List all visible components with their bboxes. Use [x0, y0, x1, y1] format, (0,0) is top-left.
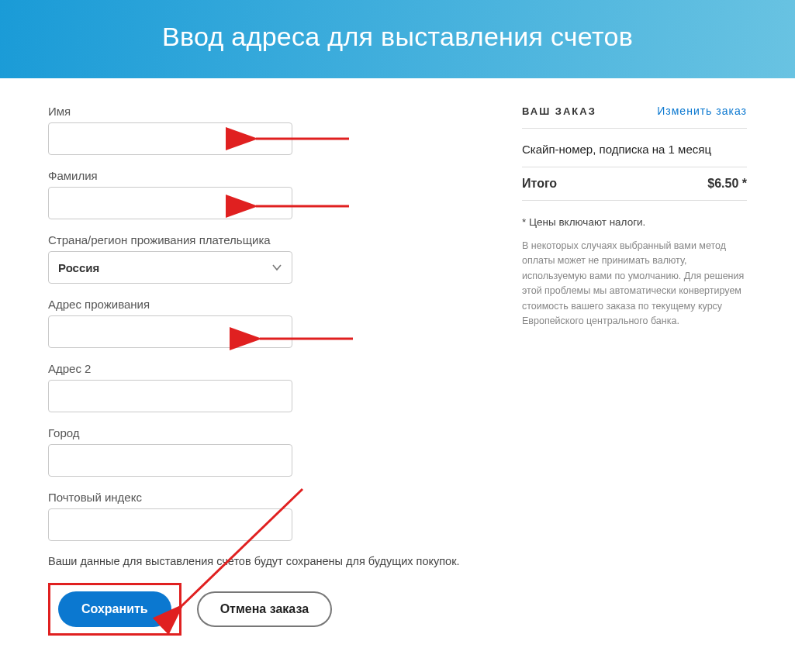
first-name-field: Имя: [48, 105, 482, 155]
address2-field: Адрес 2: [48, 362, 482, 412]
address1-label: Адрес проживания: [48, 298, 482, 311]
order-total-label: Итого: [522, 177, 557, 191]
order-summary-header: ВАШ ЗАКАЗ Изменить заказ: [522, 105, 747, 129]
order-total-value: $6.50 *: [707, 177, 747, 191]
address2-input[interactable]: [48, 380, 292, 412]
address1-field: Адрес проживания: [48, 298, 482, 348]
last-name-input[interactable]: [48, 187, 292, 219]
page-content: Имя Фамилия Страна/регион проживания пла…: [0, 78, 795, 667]
currency-note: В некоторых случаях выбранный вами метод…: [522, 239, 747, 329]
order-total-row: Итого $6.50 *: [522, 167, 747, 201]
order-item: Скайп-номер, подписка на 1 месяц: [522, 140, 747, 167]
cancel-order-button[interactable]: Отмена заказа: [197, 591, 332, 627]
button-row: Сохранить Отмена заказа: [48, 583, 482, 636]
city-label: Город: [48, 426, 482, 439]
last-name-field: Фамилия: [48, 169, 482, 219]
chevron-down-icon: [271, 262, 282, 273]
page-header: Ввод адреса для выставления счетов: [0, 0, 795, 78]
first-name-input[interactable]: [48, 122, 292, 155]
save-note: Ваши данные для выставления счетов будут…: [48, 555, 482, 567]
billing-form: Имя Фамилия Страна/регион проживания пла…: [48, 105, 482, 636]
country-select[interactable]: Россия: [48, 251, 292, 284]
tax-note: * Цены включают налоги.: [522, 216, 747, 228]
page-title: Ввод адреса для выставления счетов: [8, 22, 787, 52]
order-heading: ВАШ ЗАКАЗ: [522, 105, 596, 117]
country-selected: Россия: [58, 261, 99, 274]
city-input[interactable]: [48, 444, 292, 477]
order-summary: ВАШ ЗАКАЗ Изменить заказ Скайп-номер, по…: [522, 105, 747, 329]
address2-label: Адрес 2: [48, 362, 482, 375]
country-field: Страна/регион проживания плательщика Рос…: [48, 233, 482, 284]
city-field: Город: [48, 426, 482, 477]
last-name-label: Фамилия: [48, 169, 482, 182]
annotation-highlight: Сохранить: [48, 583, 181, 636]
postal-input[interactable]: [48, 508, 292, 541]
country-label: Страна/регион проживания плательщика: [48, 233, 482, 246]
postal-label: Почтовый индекс: [48, 491, 482, 504]
address1-input[interactable]: [48, 315, 292, 348]
save-button[interactable]: Сохранить: [58, 591, 171, 627]
postal-field: Почтовый индекс: [48, 491, 482, 541]
change-order-link[interactable]: Изменить заказ: [657, 105, 747, 117]
first-name-label: Имя: [48, 105, 482, 118]
